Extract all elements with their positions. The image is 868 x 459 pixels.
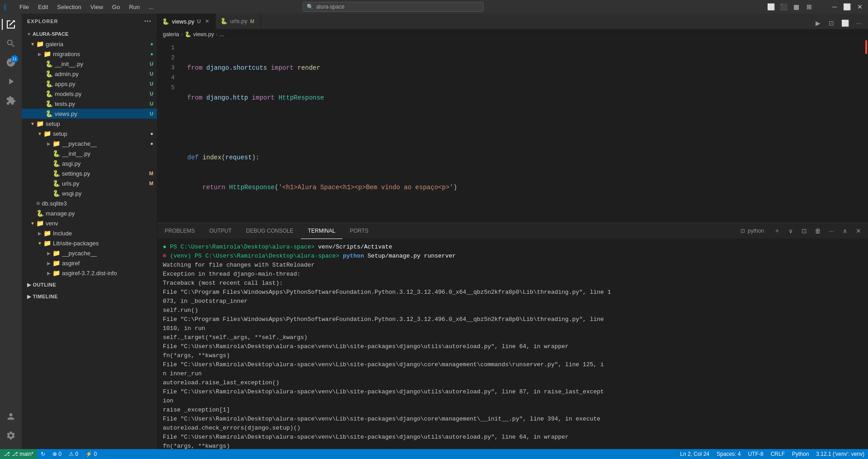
settings-icon[interactable] (2, 426, 20, 445)
add-terminal-button[interactable]: ＋ (771, 225, 783, 237)
panels-area: PROBLEMS OUTPUT DEBUG CONSOLE TERMINAL P… (157, 223, 868, 449)
kill-terminal-button[interactable]: 🗑 (812, 225, 824, 237)
terminal-content[interactable]: ● PS C:\Users\Ramirola\Desktop\alura-spa… (157, 239, 868, 449)
menu-more[interactable]: ... (145, 3, 157, 11)
sidebar-item-migrations[interactable]: ▶ 📁 migrations ● (22, 49, 157, 59)
sync-status[interactable]: ↻ (37, 449, 49, 459)
outline-section[interactable]: ▶ OUTLINE (22, 280, 157, 290)
sidebar-item-asgiref[interactable]: ▶ 📁 asgiref (22, 258, 157, 268)
timeline-section[interactable]: ▶ TIMELINE (22, 292, 157, 301)
sidebar-item-lib-site[interactable]: ▼ 📁 Lib\site-packages (22, 238, 157, 248)
menu-view[interactable]: View (87, 3, 107, 11)
tab-terminal[interactable]: TERMINAL (301, 223, 343, 239)
toggle-panel-button[interactable]: ⬜ (839, 17, 851, 29)
explorer-icon[interactable] (2, 15, 20, 33)
terminal-line-8: self.run() (163, 306, 863, 315)
menu-run[interactable]: Run (125, 3, 143, 11)
breadcrumb-views-py[interactable]: views.py (193, 31, 214, 38)
tab-close-button[interactable]: ✕ (204, 18, 211, 25)
sidebar-item-wsgi-py[interactable]: 🐍 wsgi.py (22, 188, 157, 198)
python-file-icon: 🐍 (36, 210, 44, 217)
chevron-right-icon: ▶ (45, 140, 52, 147)
code-line-2: from django.http import HttpResponse (187, 93, 857, 103)
vscode-logo-icon: ⸨ (4, 3, 7, 11)
sidebar-item-galeria[interactable]: ▼ 📁 galeria ● (22, 39, 157, 49)
more-actions-button[interactable]: ··· (853, 17, 864, 29)
sidebar-item-models-py[interactable]: 🐍 models.py U (22, 89, 157, 99)
sidebar-item-urls-py[interactable]: 🐍 urls.py M (22, 178, 157, 188)
sidebar-item-include[interactable]: ▶ 📁 Include (22, 228, 157, 238)
close-button[interactable]: ✕ (855, 2, 864, 11)
more-panel-button[interactable]: ··· (825, 225, 837, 237)
sidebar-item-setup-parent[interactable]: ▼ 📁 setup (22, 119, 157, 129)
account-icon[interactable] (2, 407, 20, 426)
warnings-status[interactable]: ⚠ 0 (65, 449, 82, 459)
layout4-icon[interactable]: ⊞ (805, 2, 814, 11)
terminal-line-13: fn(*args, **kwargs) (163, 351, 863, 360)
layout-icon[interactable]: ⬜ (767, 2, 776, 11)
sidebar-item-manage-py[interactable]: ▶ 🐍 manage.py (22, 208, 157, 218)
code-content[interactable]: from django.shortcuts import render from… (180, 39, 864, 223)
tab-output[interactable]: OUTPUT (202, 223, 239, 239)
language-status[interactable]: Python (788, 449, 812, 459)
tab-urls-py[interactable]: 🐍 urls.py M (216, 14, 261, 29)
cursor-position-status[interactable]: Ln 2, Col 24 (677, 449, 713, 459)
sidebar-item-admin-py[interactable]: 🐍 admin.py U (22, 69, 157, 79)
code-editor[interactable]: 1 2 3 4 5 from django.shortcuts import r… (157, 39, 868, 223)
layout2-icon[interactable]: ⬛ (779, 2, 788, 11)
source-control-icon[interactable]: 11 (2, 53, 20, 72)
venv-indicator: ⊗ (163, 253, 166, 259)
terminal-line-2: ⊗ (venv) PS C:\Users\Ramirola\Desktop\al… (163, 252, 863, 261)
sidebar-item-apps-py[interactable]: 🐍 apps.py U (22, 79, 157, 89)
sidebar-item-setup-child[interactable]: ▼ 📁 setup ● (22, 129, 157, 139)
menu-edit[interactable]: Edit (34, 3, 52, 11)
run-button[interactable]: ▶ (812, 17, 824, 29)
split-editor-button[interactable]: ⊡ (825, 17, 837, 29)
errors-status[interactable]: ⊗ 0 (49, 449, 65, 459)
breadcrumb-symbol[interactable]: ... (219, 31, 224, 38)
encoding-status[interactable]: UTF-8 (745, 449, 767, 459)
sidebar-item-init-py[interactable]: 🐍 __init__.py U (22, 59, 157, 69)
ports-status[interactable]: ⚡ 0 (82, 449, 100, 459)
sidebar-item-asgiref-dist[interactable]: ▶ 📁 asgiref-3.7.2.dist-info (22, 268, 157, 278)
database-file-icon: ≡ (36, 200, 40, 207)
breadcrumb-galeria[interactable]: galeria (163, 31, 179, 38)
sidebar-item-venv[interactable]: ▼ 📁 venv (22, 218, 157, 228)
tree-root[interactable]: ▼ ALURA-SPACE (22, 29, 157, 39)
menu-file[interactable]: File (16, 3, 33, 11)
extensions-icon[interactable] (2, 91, 20, 110)
eol-status[interactable]: CRLF (767, 449, 788, 459)
terminal-line-4: Exception in thread django-main-thread: (163, 270, 863, 279)
close-panel-button[interactable]: ✕ (853, 225, 864, 237)
python-version-status[interactable]: 3.12.1 ('venv': venv) (812, 449, 868, 459)
maximize-panel-button[interactable]: ∧ (839, 225, 851, 237)
menu-selection[interactable]: Selection (53, 3, 85, 11)
tab-label: urls.py (230, 18, 247, 24)
minimize-button[interactable]: ─ (830, 2, 839, 11)
sidebar-item-init-setup[interactable]: 🐍 __init__.py (22, 148, 157, 158)
tab-views-py[interactable]: 🐍 views.py U ✕ (157, 14, 216, 29)
tab-debug-console[interactable]: DEBUG CONSOLE (239, 223, 301, 239)
search-bar[interactable]: 🔍 alura-space (303, 2, 484, 12)
sidebar-more-icon[interactable]: ··· (144, 17, 152, 25)
menu-go[interactable]: Go (109, 3, 123, 11)
split-terminal-button[interactable]: ⊡ (798, 225, 810, 237)
terminal-line-7: 073, in _bootstrap_inner (163, 297, 863, 306)
search-icon[interactable] (2, 34, 20, 53)
sidebar-item-views-py[interactable]: 🐍 views.py U (22, 109, 157, 119)
run-icon[interactable] (2, 72, 20, 91)
sidebar-item-asgi-py[interactable]: 🐍 asgi.py (22, 158, 157, 168)
terminal-dropdown-button[interactable]: ∨ (785, 225, 797, 237)
sidebar-item-db-sqlite[interactable]: ▶ ≡ db.sqlite3 (22, 198, 157, 208)
sidebar-item-pycache2[interactable]: ▶ 📁 __pycache__ (22, 248, 157, 258)
spaces-status[interactable]: Spaces: 4 (713, 449, 744, 459)
sidebar-item-tests-py[interactable]: 🐍 tests.py U (22, 99, 157, 109)
sidebar-item-pycache[interactable]: ▶ 📁 __pycache__ ● (22, 139, 157, 148)
terminal-line-3: Watching for file changes with StatReloa… (163, 261, 863, 270)
restore-button[interactable]: ⬜ (843, 2, 852, 11)
sidebar-item-settings-py[interactable]: 🐍 settings.py M (22, 168, 157, 178)
layout3-icon[interactable]: ▦ (792, 2, 801, 11)
git-branch-status[interactable]: ⎇ ⎇ main* (0, 449, 37, 459)
tab-problems[interactable]: PROBLEMS (157, 223, 202, 239)
tab-ports[interactable]: PORTS (342, 223, 375, 239)
